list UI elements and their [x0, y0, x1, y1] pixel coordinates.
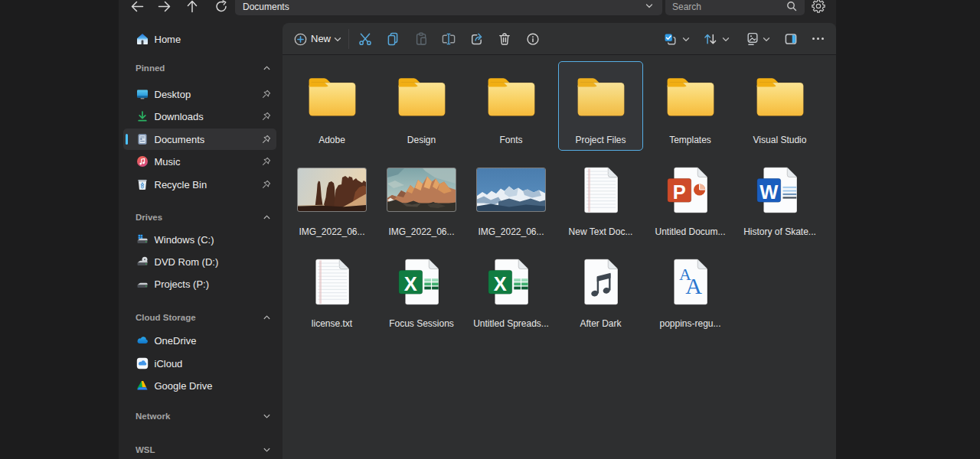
svg-text:X: X [493, 273, 506, 295]
svg-text:X: X [403, 273, 416, 295]
svg-text:P: P [672, 181, 685, 202]
svg-text:W: W [760, 181, 779, 202]
svg-text:A: A [685, 273, 702, 298]
